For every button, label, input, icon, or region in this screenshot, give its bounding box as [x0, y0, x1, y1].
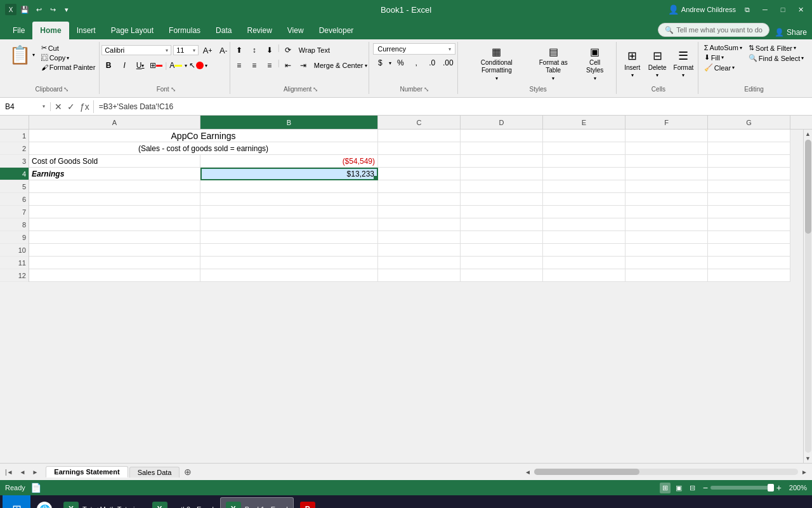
cell-g9[interactable]: [708, 231, 790, 244]
taskbar-excel-tuts[interactable]: X Tuts+Math Tutori...: [58, 497, 146, 508]
zoom-thumb[interactable]: [768, 484, 774, 491]
row-num-9[interactable]: 9: [0, 231, 29, 244]
comma-button[interactable]: ,: [409, 56, 423, 70]
start-button[interactable]: ⊞: [3, 495, 30, 508]
underline-button[interactable]: U ▾: [133, 58, 147, 72]
cell-e8[interactable]: [543, 218, 625, 231]
row-num-6[interactable]: 6: [0, 193, 29, 206]
cell-g11[interactable]: [708, 257, 790, 269]
cell-b5[interactable]: [200, 180, 378, 193]
cell-b9[interactable]: [200, 231, 378, 244]
tab-formulas[interactable]: Formulas: [161, 22, 208, 39]
tab-developer[interactable]: Developer: [311, 22, 362, 39]
cell-a1[interactable]: AppCo Earnings: [29, 130, 378, 142]
cell-g12[interactable]: [708, 269, 790, 282]
taskbar-powerpoint[interactable]: P: [295, 497, 320, 508]
fill-color-button[interactable]: A: [169, 58, 183, 72]
cell-c5[interactable]: [378, 180, 461, 193]
cell-f2[interactable]: [625, 142, 708, 155]
row-num-5[interactable]: 5: [0, 180, 29, 193]
align-middle-button[interactable]: ↕: [247, 43, 261, 57]
increase-decimal-button[interactable]: .00: [441, 56, 455, 70]
format-as-table-button[interactable]: ▤ Format as Table ▾: [530, 44, 576, 83]
fill-color-arrow[interactable]: ▾: [185, 63, 187, 69]
sheet-first-button[interactable]: |◄: [3, 467, 16, 477]
cell-c6[interactable]: [378, 193, 461, 206]
customize-qat-button[interactable]: ▾: [61, 4, 72, 15]
cell-g8[interactable]: [708, 218, 790, 231]
align-top-button[interactable]: ⬆: [232, 43, 246, 57]
cell-a6[interactable]: [29, 193, 200, 206]
align-bottom-button[interactable]: ⬇: [263, 43, 277, 57]
cut-button[interactable]: ✂Cut: [39, 43, 98, 53]
h-scroll-thumb[interactable]: [534, 469, 639, 475]
cell-e4[interactable]: [543, 168, 625, 180]
formula-input[interactable]: =B3+'Sales Data'!C16: [94, 102, 812, 111]
cell-d2[interactable]: [461, 142, 543, 155]
cell-b3[interactable]: ($54,549): [200, 155, 378, 168]
zoom-out-button[interactable]: −: [703, 483, 708, 493]
cell-e11[interactable]: [543, 257, 625, 269]
cell-a8[interactable]: [29, 218, 200, 231]
cell-c10[interactable]: [378, 244, 461, 257]
align-right-button[interactable]: ≡: [263, 58, 277, 72]
col-header-a[interactable]: A: [29, 116, 200, 129]
alignment-expand-icon[interactable]: ⤡: [313, 86, 318, 93]
cell-g1[interactable]: [708, 130, 790, 142]
cell-f7[interactable]: [625, 206, 708, 218]
sheet-next-button[interactable]: ►: [29, 467, 41, 477]
redo-qat-button[interactable]: ↪: [47, 4, 58, 15]
cell-a9[interactable]: [29, 231, 200, 244]
taskbar-excel-book1[interactable]: X Book1 - Excel: [220, 497, 294, 508]
row-num-8[interactable]: 8: [0, 218, 29, 231]
scroll-left-button[interactable]: ◄: [523, 469, 533, 476]
clear-button[interactable]: 🧹 Clear ▾: [702, 63, 745, 72]
font-color-arrow[interactable]: ▾: [205, 63, 207, 69]
cell-b11[interactable]: [200, 257, 378, 269]
cell-b10[interactable]: [200, 244, 378, 257]
cell-f1[interactable]: [625, 130, 708, 142]
cell-d11[interactable]: [461, 257, 543, 269]
cell-e1[interactable]: [543, 130, 625, 142]
col-header-f[interactable]: F: [625, 116, 708, 129]
font-color-button[interactable]: ↖: [189, 58, 203, 72]
text-angle-button[interactable]: ⟳: [281, 43, 295, 57]
percent-button[interactable]: %: [393, 56, 407, 70]
cell-b12[interactable]: [200, 269, 378, 282]
cell-b6[interactable]: [200, 193, 378, 206]
row-num-2[interactable]: 2: [0, 142, 29, 155]
row-num-10[interactable]: 10: [0, 244, 29, 257]
row-num-1[interactable]: 1: [0, 130, 29, 142]
row-num-11[interactable]: 11: [0, 257, 29, 269]
cell-b7[interactable]: [200, 206, 378, 218]
sheet-tab-earnings[interactable]: Earnings Statement: [46, 466, 128, 478]
tell-me-search[interactable]: 🔍 Tell me what you want to do: [658, 23, 769, 37]
cell-b4[interactable]: $13,233: [200, 168, 378, 180]
find-select-button[interactable]: 🔍 Find & Select ▾: [746, 53, 806, 63]
page-layout-button[interactable]: ▣: [673, 483, 684, 493]
cell-d12[interactable]: [461, 269, 543, 282]
close-button[interactable]: ✕: [794, 3, 807, 16]
sheet-tab-sales[interactable]: Sales Data: [129, 467, 180, 478]
cell-g6[interactable]: [708, 193, 790, 206]
font-size-dropdown[interactable]: 11 ▾: [173, 45, 199, 55]
cell-f10[interactable]: [625, 244, 708, 257]
decrease-indent-button[interactable]: ⇤: [281, 58, 295, 72]
align-left-button[interactable]: ≡: [232, 58, 246, 72]
cell-c11[interactable]: [378, 257, 461, 269]
cell-styles-button[interactable]: ▣ Cell Styles ▾: [579, 44, 611, 83]
minimize-button[interactable]: ─: [759, 3, 771, 16]
cancel-formula-icon[interactable]: ✕: [53, 100, 63, 113]
horizontal-scrollbar[interactable]: ◄ ►: [520, 469, 812, 476]
border-button[interactable]: ⊞: [149, 58, 163, 72]
cell-a7[interactable]: [29, 206, 200, 218]
cell-e10[interactable]: [543, 244, 625, 257]
cell-c2[interactable]: [378, 142, 461, 155]
cell-g5[interactable]: [708, 180, 790, 193]
cell-f6[interactable]: [625, 193, 708, 206]
vertical-scrollbar[interactable]: ▲ ▼: [803, 130, 812, 463]
cell-a2[interactable]: (Sales - cost of goods sold = earnings): [29, 142, 378, 155]
cell-c7[interactable]: [378, 206, 461, 218]
merge-center-button[interactable]: Merge & Center ▾: [311, 58, 370, 72]
cell-g7[interactable]: [708, 206, 790, 218]
